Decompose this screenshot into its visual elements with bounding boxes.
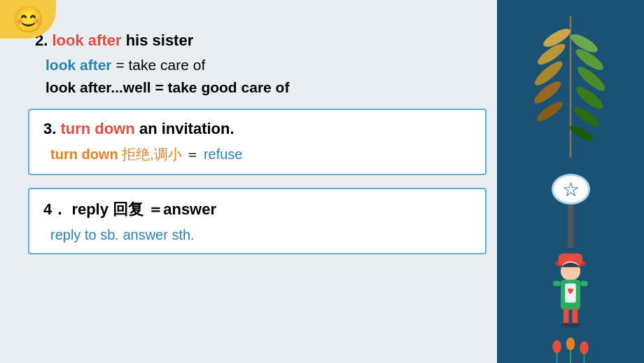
take-good-care: take good care of [168, 79, 290, 95]
reply-to-sb: reply to sb. [50, 227, 119, 242]
section2-line1-eq: = [115, 57, 124, 73]
svg-point-11 [568, 123, 595, 143]
section3-box: 3. turn down an invitation. turn down 拒绝… [28, 109, 486, 175]
svg-point-22 [570, 323, 580, 329]
section2-line1: look after = take care of [46, 57, 469, 74]
turn-down-red: turn down [60, 120, 134, 137]
svg-point-21 [561, 323, 571, 329]
look-after-blue-1: look after [46, 57, 112, 73]
section4-line: reply to sb. answer sth. [50, 227, 471, 243]
look-after-well: look after...well [46, 79, 151, 95]
svg-point-26 [566, 337, 575, 350]
section3-eq: ＝ [186, 146, 200, 162]
svg-rect-20 [572, 308, 578, 324]
section2-line1-rest: take care of [128, 57, 205, 73]
svg-point-24 [552, 340, 561, 353]
section2-line2: look after...well = take good care of [46, 79, 469, 96]
section3-chinese: 拒绝,调小 [122, 146, 182, 162]
section3-line: turn down 拒绝,调小 ＝ refuse [50, 145, 471, 164]
lamp-post [568, 205, 573, 248]
main-content: 😊 2. look after his sister look after = … [0, 0, 497, 363]
star-icon: ☆ [562, 178, 580, 201]
section3-number: 3. [43, 120, 56, 137]
right-panel: ☆ [497, 0, 644, 363]
section3-title-rest: an invitation. [139, 120, 234, 137]
tulip-flowers [542, 336, 598, 363]
look-after-red: look after [52, 32, 121, 49]
section4-title-rest: reply 回复 [71, 200, 144, 218]
section2: 2. look after his sister look after = ta… [35, 32, 469, 96]
section2-title: 2. look after his sister [35, 32, 469, 50]
answer-sth: answer sth. [122, 227, 194, 242]
section3-title: 3. turn down an invitation. [43, 120, 471, 138]
turn-down-orange: turn down [50, 146, 118, 162]
section4-title: 4． reply 回复 ＝answer [43, 199, 471, 220]
svg-rect-18 [580, 281, 588, 287]
leaf-decoration [514, 11, 626, 163]
section4-number: 4． [43, 200, 67, 218]
star-circle: ☆ [552, 174, 590, 205]
section2-title-rest: his sister [126, 32, 194, 49]
section4-title-eq: ＝answer [148, 200, 216, 218]
section4-box: 4． reply 回复 ＝answer reply to sb. answer … [28, 188, 486, 254]
svg-rect-17 [553, 281, 561, 287]
svg-rect-19 [564, 308, 569, 324]
girl-character [528, 248, 612, 336]
section2-line2-eq: = [155, 79, 167, 95]
svg-point-28 [580, 341, 588, 355]
refuse-blue: refuse [204, 146, 243, 162]
